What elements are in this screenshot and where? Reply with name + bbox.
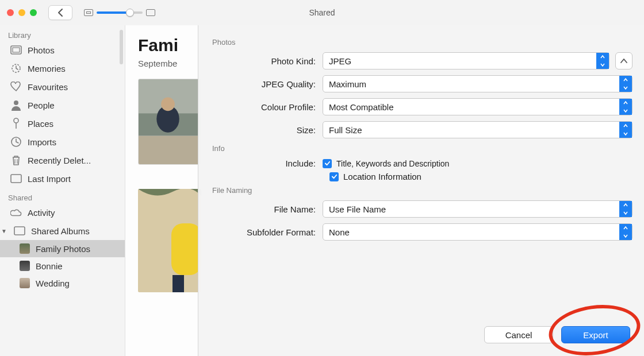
sidebar-item-imports[interactable]: Imports: [0, 133, 125, 151]
collapse-toggle-button[interactable]: [615, 52, 632, 69]
select-stepper-icon: [619, 201, 632, 217]
zoom-controls: [84, 9, 155, 16]
thumbnail-size-slider[interactable]: [97, 9, 143, 16]
pin-icon: [10, 118, 22, 129]
photo-thumbnail[interactable]: [138, 189, 201, 292]
label-colour-profile: Colour Profile:: [210, 102, 323, 112]
section-info: Info: [212, 144, 632, 153]
label-subfolder-format: Subfolder Format:: [210, 227, 323, 237]
sidebar-album-bonnie[interactable]: Bonnie: [0, 257, 125, 274]
sidebar-item-places[interactable]: Places: [0, 114, 125, 133]
chevron-up-icon: [620, 59, 627, 63]
label-file-name: File Name:: [210, 204, 323, 214]
svg-rect-1: [13, 48, 20, 52]
svg-rect-18: [172, 275, 184, 292]
select-stepper-icon: [619, 122, 632, 138]
label-size: Size:: [210, 125, 323, 135]
photo-thumbnail[interactable]: [138, 79, 201, 165]
section-file-naming: File Naming: [212, 186, 632, 195]
sidebar-item-label: Last Import: [28, 174, 71, 184]
zoom-out-icon[interactable]: [84, 9, 93, 16]
back-button[interactable]: [48, 5, 72, 20]
select-stepper-icon: [596, 53, 609, 69]
button-label: Export: [583, 330, 608, 340]
button-label: Cancel: [505, 330, 532, 340]
album-thumbnail-icon: [20, 243, 30, 254]
sidebar-item-favourites[interactable]: Favourites: [0, 78, 125, 96]
album-thumbnail-icon: [20, 261, 30, 271]
select-value: Maximum: [329, 79, 366, 89]
sidebar-item-label: People: [28, 100, 55, 110]
sidebar-item-label: Wedding: [36, 278, 70, 288]
select-file-name[interactable]: Use File Name: [323, 200, 632, 218]
sidebar-album-wedding[interactable]: Wedding: [0, 274, 125, 292]
sidebar-item-label: Shared Albums: [31, 226, 90, 236]
minimize-window-button[interactable]: [18, 9, 25, 16]
cancel-button[interactable]: Cancel: [484, 326, 553, 343]
sidebar-item-memories[interactable]: Memories: [0, 59, 125, 78]
label-photo-kind: Photo Kind:: [210, 56, 323, 66]
photos-icon: [10, 44, 22, 56]
sidebar: Library Photos Memories Favourites Peopl…: [0, 25, 125, 356]
checkbox-title-keywords[interactable]: [323, 159, 332, 168]
fullscreen-window-button[interactable]: [30, 9, 37, 16]
checkbox-location[interactable]: [329, 172, 339, 181]
window-controls: [7, 9, 37, 16]
select-stepper-icon: [619, 224, 632, 240]
sidebar-item-recently-deleted[interactable]: Recently Delet...: [0, 151, 125, 169]
checkbox-label: Title, Keywords and Description: [336, 159, 449, 168]
sidebar-item-label: Recently Delet...: [28, 156, 91, 165]
select-subfolder-format[interactable]: None: [323, 223, 632, 241]
select-size[interactable]: Full Size: [323, 121, 632, 138]
sidebar-section-library: Library: [0, 25, 125, 41]
album-thumbnail-icon: [20, 278, 30, 288]
label-jpeg-quality: JPEG Quality:: [210, 79, 323, 89]
select-stepper-icon: [619, 99, 632, 115]
select-stepper-icon: [619, 76, 632, 92]
sidebar-item-people[interactable]: People: [0, 96, 125, 114]
close-window-button[interactable]: [7, 9, 14, 16]
clock-icon: [10, 136, 22, 148]
person-icon: [10, 99, 22, 111]
sidebar-album-family-photos[interactable]: Family Photos: [0, 240, 125, 257]
sidebar-item-label: Memories: [28, 64, 66, 73]
select-photo-kind[interactable]: JPEG: [323, 52, 610, 69]
select-value: Use File Name: [329, 204, 386, 214]
svg-rect-9: [11, 175, 21, 183]
sidebar-item-label: Activity: [28, 208, 55, 218]
zoom-in-icon[interactable]: [146, 9, 155, 16]
trash-icon: [10, 154, 22, 166]
titlebar: Shared: [0, 0, 644, 25]
sidebar-item-label: Photos: [28, 45, 55, 55]
svg-rect-10: [14, 227, 25, 235]
select-value: JPEG: [329, 56, 351, 66]
sidebar-item-label: Bonnie: [36, 261, 63, 271]
sidebar-item-activity[interactable]: Activity: [0, 203, 125, 222]
svg-point-4: [14, 118, 18, 123]
memories-icon: [10, 63, 22, 74]
select-colour-profile[interactable]: Most Compatible: [323, 98, 632, 115]
export-button[interactable]: Export: [561, 326, 630, 343]
sidebar-section-shared: Shared: [0, 188, 125, 203]
sidebar-scrollbar[interactable]: [120, 30, 123, 64]
sidebar-item-last-import[interactable]: Last Import: [0, 169, 125, 188]
sidebar-item-label: Favourites: [28, 82, 68, 92]
select-value: Most Compatible: [329, 102, 394, 112]
svg-point-15: [161, 98, 175, 111]
svg-rect-13: [139, 136, 201, 164]
disclosure-triangle-icon[interactable]: ▼: [1, 228, 8, 234]
heart-icon: [10, 81, 22, 92]
select-jpeg-quality[interactable]: Maximum: [323, 75, 632, 92]
sidebar-item-label: Family Photos: [36, 244, 90, 254]
cloud-icon: [10, 207, 22, 218]
sidebar-item-label: Imports: [28, 137, 56, 147]
export-sheet: Photos Photo Kind: JPEG JPEG Quality: Ma…: [198, 25, 644, 356]
select-value: Full Size: [329, 125, 362, 135]
chevron-left-icon: [57, 9, 63, 17]
svg-point-3: [14, 100, 18, 105]
album-icon: [14, 225, 25, 237]
sidebar-item-photos[interactable]: Photos: [0, 41, 125, 59]
label-include: Include:: [210, 158, 323, 168]
sidebar-item-shared-albums[interactable]: ▼ Shared Albums: [0, 222, 125, 240]
import-icon: [10, 173, 22, 184]
